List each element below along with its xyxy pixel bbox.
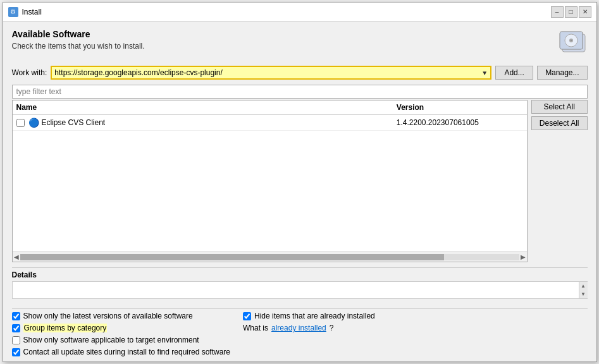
work-with-row: Work with: ▼ Add... Manage... bbox=[12, 66, 588, 80]
select-all-button[interactable]: Select All bbox=[531, 100, 588, 114]
work-with-dropdown-btn[interactable]: ▼ bbox=[479, 67, 490, 78]
applicable-only-label: Show only software applicable to target … bbox=[23, 336, 199, 344]
col-name-header: Name bbox=[16, 103, 397, 112]
details-content: ▲ ▼ bbox=[12, 281, 588, 300]
scroll-track[interactable] bbox=[20, 254, 519, 260]
details-label: Details bbox=[12, 270, 588, 279]
col-version-header: Version bbox=[397, 103, 523, 112]
bottom-options: Show only the latest versions of availab… bbox=[12, 312, 588, 356]
option-already-installed-row: What is already installed ? bbox=[243, 324, 375, 332]
divider-1 bbox=[12, 267, 588, 268]
scroll-thumb bbox=[20, 254, 445, 260]
work-with-input-wrap: ▼ bbox=[51, 66, 491, 80]
options-right-col: Hide items that are already installed Wh… bbox=[243, 312, 375, 356]
details-vertical-scrollbar: ▲ ▼ bbox=[579, 282, 588, 298]
window-icon-glyph: ⚙ bbox=[10, 8, 16, 15]
already-installed-suffix: ? bbox=[330, 324, 334, 332]
group-by-category-label: Group items by category bbox=[23, 324, 108, 332]
add-button[interactable]: Add... bbox=[495, 66, 533, 80]
disc-icon bbox=[557, 29, 588, 59]
table-row: 🔵 Eclipse CVS Client 1.4.2200.2023070610… bbox=[13, 115, 527, 131]
page-title: Available Software bbox=[12, 29, 145, 39]
option-applicable-only: Show only software applicable to target … bbox=[12, 336, 231, 344]
title-bar: ⚙ Install – □ ✕ bbox=[3, 3, 596, 21]
option-latest-versions: Show only the latest versions of availab… bbox=[12, 312, 231, 320]
table-header: Name Version bbox=[13, 100, 527, 115]
option-hide-installed: Hide items that are already installed bbox=[243, 312, 375, 320]
contact-update-sites-checkbox[interactable] bbox=[12, 348, 20, 356]
option-group-by-category: Group items by category bbox=[12, 324, 231, 332]
hide-installed-label: Hide items that are already installed bbox=[254, 312, 375, 320]
details-text-area: ▲ ▼ bbox=[12, 281, 588, 299]
table-area: Name Version 🔵 Eclipse CVS Client 1.4.22… bbox=[12, 100, 528, 262]
close-button[interactable]: ✕ bbox=[579, 6, 591, 18]
main-panel: Name Version 🔵 Eclipse CVS Client 1.4.22… bbox=[12, 100, 588, 262]
header-left: Available Software Check the items that … bbox=[12, 29, 145, 51]
work-with-label: Work with: bbox=[12, 68, 47, 77]
hide-installed-checkbox[interactable] bbox=[243, 312, 251, 320]
filter-input[interactable] bbox=[12, 85, 588, 99]
details-scroll-down[interactable]: ▼ bbox=[579, 290, 587, 298]
latest-versions-checkbox[interactable] bbox=[12, 312, 20, 320]
row-name-eclipse-cvs: Eclipse CVS Client bbox=[42, 118, 397, 127]
minimize-button[interactable]: – bbox=[551, 6, 564, 18]
options-left-col: Show only the latest versions of availab… bbox=[12, 312, 231, 356]
already-installed-prefix: What is bbox=[243, 324, 268, 332]
eclipse-cvs-icon: 🔵 bbox=[28, 118, 39, 128]
scroll-left-btn[interactable]: ◀ bbox=[14, 253, 19, 260]
applicable-only-checkbox[interactable] bbox=[12, 336, 20, 344]
window-title: Install bbox=[22, 8, 551, 16]
work-with-input[interactable] bbox=[52, 67, 479, 78]
deselect-all-button[interactable]: Deselect All bbox=[531, 116, 588, 130]
header-icon bbox=[557, 29, 588, 59]
horizontal-scrollbar: ◀ ▶ bbox=[13, 252, 527, 262]
maximize-button[interactable]: □ bbox=[565, 6, 577, 18]
svg-point-4 bbox=[571, 40, 572, 41]
scroll-right-btn[interactable]: ▶ bbox=[521, 253, 526, 260]
manage-button[interactable]: Manage... bbox=[537, 66, 587, 80]
details-section: Details ▲ ▼ bbox=[12, 270, 588, 300]
table-body: 🔵 Eclipse CVS Client 1.4.2200.2023070610… bbox=[13, 115, 527, 252]
divider-2 bbox=[12, 308, 588, 309]
option-contact-update-sites: Contact all update sites during install … bbox=[12, 348, 231, 356]
window-controls: – □ ✕ bbox=[551, 6, 591, 18]
details-scroll-up[interactable]: ▲ bbox=[579, 282, 587, 290]
filter-row-container bbox=[12, 85, 588, 99]
row-version-eclipse-cvs: 1.4.2200.202307061005 bbox=[397, 118, 523, 127]
side-buttons: Select All Deselect All bbox=[528, 100, 588, 262]
row-checkbox-eclipse-cvs[interactable] bbox=[16, 119, 25, 127]
install-window: ⚙ Install – □ ✕ Available Software Check… bbox=[3, 2, 597, 362]
page-subtitle: Check the items that you wish to install… bbox=[12, 42, 145, 51]
group-by-category-checkbox[interactable] bbox=[12, 324, 20, 332]
content-area: Available Software Check the items that … bbox=[3, 21, 596, 361]
contact-update-sites-label: Contact all update sites during install … bbox=[23, 348, 231, 356]
window-icon: ⚙ bbox=[8, 7, 18, 17]
header-section: Available Software Check the items that … bbox=[12, 29, 588, 59]
already-installed-link[interactable]: already installed bbox=[271, 324, 326, 332]
latest-versions-label: Show only the latest versions of availab… bbox=[23, 312, 193, 320]
